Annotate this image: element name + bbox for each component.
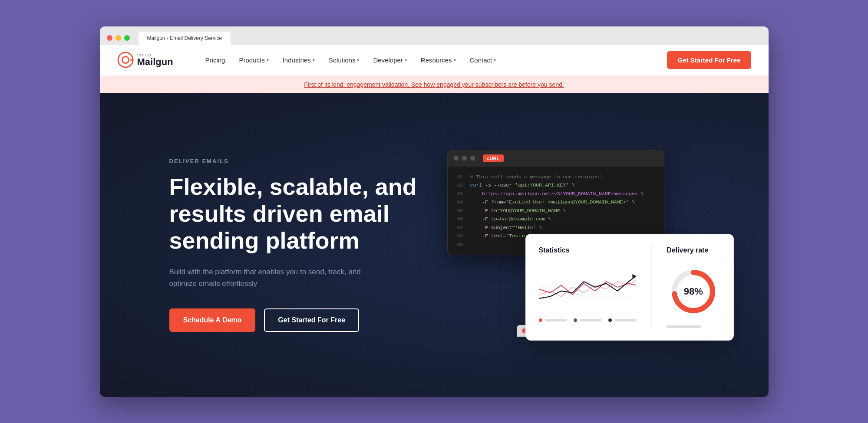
browser-tab-bar: Mailgun - Email Delivery Service <box>139 32 762 45</box>
nav-cta-button[interactable]: Get Started For Free <box>667 51 751 69</box>
legend-item-1 <box>539 318 567 322</box>
code-line-6: 06 -F to=bar@example.com \ <box>455 215 657 223</box>
hero-visuals: cURL 01 # This call sends a message to o… <box>447 150 716 341</box>
code-line-4: 04 -F from='Excited User <mailgun@YOUR_D… <box>455 198 657 207</box>
legend-dot-black <box>608 318 612 322</box>
nav-item-pricing[interactable]: Pricing <box>199 53 231 67</box>
nav-item-developer[interactable]: Developer ▾ <box>367 53 413 67</box>
solutions-chevron-icon: ▾ <box>357 58 359 62</box>
delivery-rate-title: Delivery rate <box>667 246 708 254</box>
products-chevron-icon: ▾ <box>267 58 269 62</box>
code-dot-3 <box>470 156 475 161</box>
panel-divider <box>651 246 652 328</box>
nav-developer-label: Developer <box>373 56 403 64</box>
announcement-banner: First of its kind: engagement validation… <box>100 76 769 93</box>
code-line-7: 07 -F subject='Hello' \ <box>455 223 657 232</box>
nav-resources-label: Resources <box>421 56 452 64</box>
banner-link[interactable]: First of its kind: engagement validation… <box>304 81 564 88</box>
statistics-panel: Statistics <box>539 246 636 328</box>
contact-chevron-icon: ▾ <box>494 58 496 62</box>
legend-dot-dark <box>574 318 577 322</box>
logo[interactable]: SINCH Mailgun <box>117 52 173 68</box>
delivery-rate-value: 98% <box>684 286 703 297</box>
browser-window: Mailgun - Email Delivery Service SINCH M… <box>100 26 769 397</box>
nav-item-products[interactable]: Products ▾ <box>233 53 274 67</box>
code-line-1: 01 # This call sends a message to one re… <box>455 173 657 181</box>
nav-item-resources[interactable]: Resources ▾ <box>415 53 462 67</box>
hero-buttons: Schedule A Demo Get Started For Free <box>169 308 421 332</box>
nav-links: Pricing Products ▾ Industries ▾ Solution… <box>199 53 667 67</box>
browser-chrome: Mailgun - Email Delivery Service <box>100 26 769 45</box>
legend-dot-red <box>539 318 542 322</box>
legend-item-3 <box>608 318 636 322</box>
minimize-button[interactable] <box>116 35 121 41</box>
schedule-demo-button[interactable]: Schedule A Demo <box>169 308 256 332</box>
nav-industries-label: Industries <box>283 56 311 64</box>
browser-tab[interactable]: Mailgun - Email Delivery Service <box>139 32 231 45</box>
resources-chevron-icon: ▾ <box>454 58 456 62</box>
hero-content: DELIVER EMAILS Flexible, scalable, and r… <box>169 158 421 332</box>
nav-pricing-label: Pricing <box>205 56 225 64</box>
navbar: SINCH Mailgun Pricing Products ▾ Industr… <box>100 45 769 76</box>
logo-mailgun: Mailgun <box>137 57 173 67</box>
delivery-panel: Delivery rate 98% <box>667 246 720 328</box>
legend-bar-1 <box>545 319 567 321</box>
hero-eyebrow: DELIVER EMAILS <box>169 158 421 164</box>
logo-text: SINCH Mailgun <box>137 53 173 67</box>
stats-window: Statistics <box>525 234 734 341</box>
mailgun-logo-icon <box>117 52 134 68</box>
code-dot-1 <box>454 156 459 161</box>
fullscreen-button[interactable] <box>124 35 130 41</box>
code-line-5: 05 -F to=YOU@YOUR_DOMAIN_NAME \ <box>455 207 657 215</box>
delivery-rate-donut: 98% <box>667 266 719 318</box>
hero-section: DELIVER EMAILS Flexible, scalable, and r… <box>100 93 769 397</box>
statistics-chart <box>539 261 636 313</box>
industries-chevron-icon: ▾ <box>313 58 315 62</box>
code-window-chrome: cURL <box>448 150 664 167</box>
code-line-2: 02 curl -s --user 'api:YOUR_API_KEY' \ <box>455 181 657 190</box>
legend-bar-3 <box>614 319 636 321</box>
svg-point-1 <box>122 56 129 63</box>
traffic-lights <box>107 35 130 41</box>
close-button[interactable] <box>107 35 112 41</box>
developer-chevron-icon: ▾ <box>405 58 407 62</box>
hero-subtitle: Build with the platform that enables you… <box>169 266 369 289</box>
nav-item-solutions[interactable]: Solutions ▾ <box>323 53 366 67</box>
code-dot-2 <box>462 156 467 161</box>
code-tab-curl: cURL <box>483 154 504 162</box>
delivery-label-bar <box>667 325 701 328</box>
chart-legend <box>539 318 636 322</box>
statistics-title: Statistics <box>539 246 636 254</box>
nav-products-label: Products <box>239 56 264 64</box>
hero-title: Flexible, scalable, and results driven e… <box>169 173 421 254</box>
nav-solutions-label: Solutions <box>329 56 356 64</box>
legend-item-2 <box>574 318 601 322</box>
nav-item-industries[interactable]: Industries ▾ <box>277 53 321 67</box>
code-line-3: 03 https://api.mailgun.net/v3/YOUR_DOMAI… <box>455 190 657 198</box>
get-started-free-button[interactable]: Get Started For Free <box>264 308 359 332</box>
legend-bar-2 <box>580 319 601 321</box>
nav-item-contact[interactable]: Contact ▾ <box>464 53 502 67</box>
nav-contact-label: Contact <box>470 56 492 64</box>
